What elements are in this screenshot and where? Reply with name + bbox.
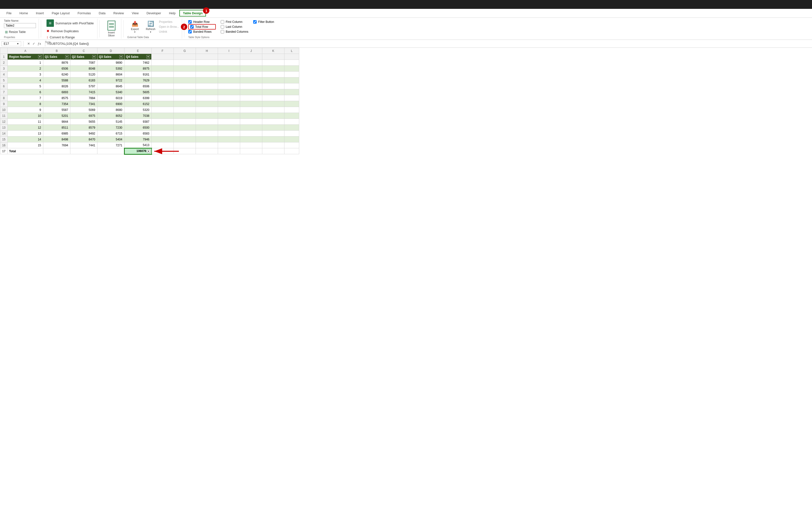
- cell-h15[interactable]: [196, 137, 218, 142]
- cell-g5[interactable]: [174, 78, 196, 83]
- cell-b16[interactable]: 7694: [43, 142, 70, 148]
- filter-button-checkbox[interactable]: [253, 20, 257, 24]
- col-header-f[interactable]: F: [151, 48, 174, 54]
- cell-i14[interactable]: [218, 130, 240, 137]
- cell-c13[interactable]: 8579: [70, 125, 97, 130]
- cell-d9[interactable]: 6900: [97, 101, 124, 107]
- resize-table-button[interactable]: ⊞ Resize Table: [4, 30, 27, 34]
- cell-j14[interactable]: [240, 130, 262, 137]
- cell-c9[interactable]: 7341: [70, 101, 97, 107]
- cancel-formula-button[interactable]: ✕: [27, 41, 30, 46]
- first-column-checkbox[interactable]: [221, 20, 224, 24]
- tab-developer[interactable]: Developer: [142, 9, 165, 17]
- cell-i13[interactable]: [218, 125, 240, 130]
- cell-e16[interactable]: 5413: [124, 142, 151, 148]
- cell-b7[interactable]: 6893: [43, 89, 70, 95]
- cell-f6[interactable]: [151, 83, 174, 89]
- cell-i15[interactable]: [218, 137, 240, 142]
- cell-f4[interactable]: [151, 71, 174, 78]
- cell-l14[interactable]: [285, 130, 299, 137]
- cell-g2[interactable]: [174, 60, 196, 66]
- col-header-k[interactable]: K: [262, 48, 285, 54]
- cell-i7[interactable]: [218, 89, 240, 95]
- cell-k15[interactable]: [262, 137, 285, 142]
- cell-c3[interactable]: 8048: [70, 66, 97, 71]
- cell-d8[interactable]: 6019: [97, 95, 124, 101]
- cell-k8[interactable]: [262, 95, 285, 101]
- cell-e6[interactable]: 6506: [124, 83, 151, 89]
- cell-k6[interactable]: [262, 83, 285, 89]
- col-header-i[interactable]: I: [218, 48, 240, 54]
- q4-filter-btn[interactable]: ▼: [146, 55, 150, 59]
- cell-l13[interactable]: [285, 125, 299, 130]
- cell-l3[interactable]: [285, 66, 299, 71]
- tab-formulas[interactable]: Formulas: [74, 9, 95, 17]
- cell-k5[interactable]: [262, 78, 285, 83]
- cell-d6[interactable]: 8645: [97, 83, 124, 89]
- col-header-e[interactable]: E: [124, 48, 151, 54]
- cell-d5[interactable]: 9722: [97, 78, 124, 83]
- cell-k13[interactable]: [262, 125, 285, 130]
- cell-f8[interactable]: [151, 95, 174, 101]
- cell-e15[interactable]: 7946: [124, 137, 151, 142]
- cell-f7[interactable]: [151, 89, 174, 95]
- cell-h5[interactable]: [196, 78, 218, 83]
- cell-i6[interactable]: [218, 83, 240, 89]
- cell-g10[interactable]: [174, 107, 196, 113]
- cell-l12[interactable]: [285, 119, 299, 125]
- total-cell-b[interactable]: [43, 148, 70, 154]
- cell-a2[interactable]: 1: [8, 60, 43, 66]
- banded-rows-checkbox-label[interactable]: Banded Rows: [188, 30, 216, 33]
- cell-g6[interactable]: [174, 83, 196, 89]
- cell-g9[interactable]: [174, 101, 196, 107]
- export-button[interactable]: 📤 Export ▼: [127, 20, 142, 34]
- cell-k12[interactable]: [262, 119, 285, 125]
- total-row-checkbox[interactable]: [190, 25, 194, 29]
- total-cell-l[interactable]: [285, 148, 299, 154]
- banded-rows-checkbox[interactable]: [188, 30, 192, 33]
- cell-i11[interactable]: [218, 113, 240, 119]
- cell-b15[interactable]: 8498: [43, 137, 70, 142]
- first-column-checkbox-label[interactable]: First Column: [221, 20, 248, 24]
- cell-c4[interactable]: 5120: [70, 71, 97, 78]
- summarize-pivottable-button[interactable]: ⊞ Summarize with PivotTable: [45, 19, 95, 28]
- cell-k7[interactable]: [262, 89, 285, 95]
- cell-i12[interactable]: [218, 119, 240, 125]
- cell-b10[interactable]: 5587: [43, 107, 70, 113]
- cell-c14[interactable]: 9492: [70, 130, 97, 137]
- cell-f15[interactable]: [151, 137, 174, 142]
- cell-a16[interactable]: 15: [8, 142, 43, 148]
- cell-a15[interactable]: 14: [8, 137, 43, 142]
- col-header-l[interactable]: L: [285, 48, 299, 54]
- cell-e14[interactable]: 6583: [124, 130, 151, 137]
- table-col-q1[interactable]: Q1 Sales ▼: [43, 54, 70, 60]
- col-header-h[interactable]: H: [196, 48, 218, 54]
- cell-d10[interactable]: 8680: [97, 107, 124, 113]
- cell-d2[interactable]: 9890: [97, 60, 124, 66]
- col-header-a[interactable]: A: [8, 48, 43, 54]
- cell-c5[interactable]: 6183: [70, 78, 97, 83]
- cell-h12[interactable]: [196, 119, 218, 125]
- refresh-button[interactable]: 🔄 Refresh ▼: [143, 20, 158, 34]
- tab-help[interactable]: Help: [165, 9, 180, 17]
- cell-e7[interactable]: 5605: [124, 89, 151, 95]
- q3-filter-btn[interactable]: ▼: [119, 55, 123, 59]
- spreadsheet-container[interactable]: A B C D E F G H I J K L 1 Region Number: [0, 48, 812, 506]
- cell-e11[interactable]: 7038: [124, 113, 151, 119]
- cell-d4[interactable]: 8604: [97, 71, 124, 78]
- table-col-q4[interactable]: Q4 Sales ▼: [124, 54, 151, 60]
- cell-a9[interactable]: 8: [8, 101, 43, 107]
- tab-home[interactable]: Home: [16, 9, 32, 17]
- cell-a5[interactable]: 4: [8, 78, 43, 83]
- cell-h6[interactable]: [196, 83, 218, 89]
- total-cell-k[interactable]: [262, 148, 285, 154]
- cell-a4[interactable]: 3: [8, 71, 43, 78]
- cell-e10[interactable]: 5320: [124, 107, 151, 113]
- tab-file[interactable]: File: [2, 9, 16, 17]
- cell-h4[interactable]: [196, 71, 218, 78]
- cell-h16[interactable]: [196, 142, 218, 148]
- header-row-checkbox-label[interactable]: Header Row: [188, 20, 216, 24]
- table-col-q3[interactable]: Q3 Sales ▼: [97, 54, 124, 60]
- cell-b6[interactable]: 8026: [43, 83, 70, 89]
- filter-button-checkbox-label[interactable]: Filter Button: [253, 20, 281, 24]
